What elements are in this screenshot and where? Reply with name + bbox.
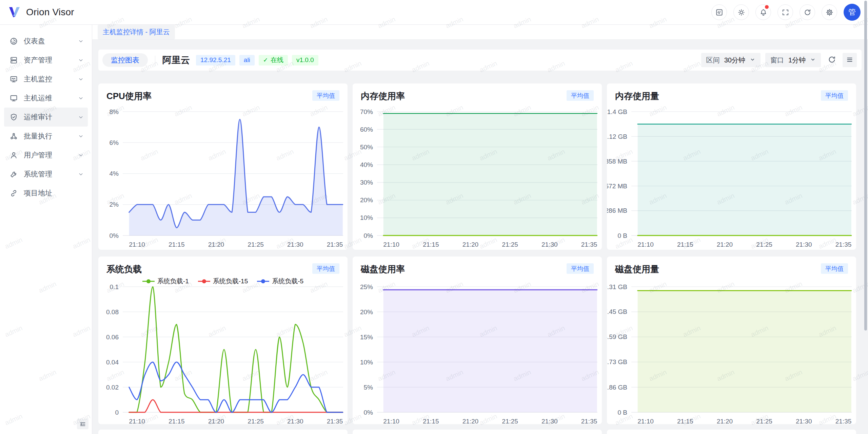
svg-text:5%: 5% <box>364 384 373 391</box>
chevron-down-icon <box>78 171 84 177</box>
svg-text:50%: 50% <box>360 144 373 151</box>
svg-text:9.31 GB: 9.31 GB <box>607 283 627 290</box>
chart-title: 内存使用量 <box>615 90 659 102</box>
legend-item[interactable]: 系统负载-1 <box>142 277 189 286</box>
average-badge: 平均值 <box>821 263 848 274</box>
svg-text:3.73 GB: 3.73 GB <box>607 358 627 365</box>
host-name: 阿里云 <box>162 54 190 66</box>
audit-shield-icon <box>9 113 18 121</box>
sidebar-item-label: 批量执行 <box>24 131 78 141</box>
svg-text:286 MB: 286 MB <box>607 207 627 214</box>
main-area: 主机监控详情 - 阿里云 监控图表 阿里云 12.92.5.21ali✓在线v1… <box>92 25 868 434</box>
svg-text:15%: 15% <box>360 334 373 341</box>
range-select[interactable]: 区间 30分钟 <box>701 53 761 67</box>
svg-text:21:10: 21:10 <box>383 241 399 248</box>
内存使用率-chart: 0%10%20%30%40%50%60%70%21:1021:1521:2021… <box>353 83 602 250</box>
chevron-down-icon <box>78 114 84 120</box>
host-toolbar-card: 监控图表 阿里云 12.92.5.21ali✓在线v1.0.0 区间 30分钟 … <box>98 50 862 71</box>
sidebar-item-6[interactable]: 批量执行 <box>4 127 88 146</box>
scrollbar-thumb[interactable] <box>864 1 867 331</box>
refresh-button[interactable] <box>800 4 815 20</box>
system-wrench-icon <box>9 170 18 178</box>
menu-lines-icon <box>846 56 853 64</box>
host-tag: ✓在线 <box>259 55 288 65</box>
average-badge: 平均值 <box>312 263 339 274</box>
breadcrumb-bar: 主机监控详情 - 阿里云 <box>92 25 868 40</box>
settings-gear-button[interactable] <box>822 4 837 20</box>
notification-bell-button[interactable] <box>755 4 771 20</box>
theme-sun-button[interactable] <box>733 4 749 20</box>
chart-legend: 系统负载-1系统负载-15系统负载-5 <box>98 277 348 286</box>
sidebar-item-label: 项目地址 <box>24 188 84 198</box>
sidebar-item-label: 系统管理 <box>24 169 78 179</box>
svg-text:21:30: 21:30 <box>796 241 812 248</box>
host-tag: v1.0.0 <box>292 55 318 65</box>
legend-item[interactable]: 系统负载-5 <box>257 277 303 286</box>
legend-marker-icon <box>142 279 155 284</box>
next-row-peek <box>98 430 862 434</box>
svg-text:40%: 40% <box>360 161 373 168</box>
chevron-down-icon <box>78 133 84 139</box>
sidebar-item-9[interactable]: 项目地址 <box>4 184 88 203</box>
average-badge: 平均值 <box>567 263 594 274</box>
sidebar-item-label: 运维审计 <box>24 112 78 122</box>
sidebar-item-8[interactable]: 系统管理 <box>4 165 88 184</box>
svg-text:21:20: 21:20 <box>462 241 479 248</box>
svg-text:21:35: 21:35 <box>835 241 852 248</box>
fullscreen-button[interactable] <box>777 4 793 20</box>
monitor-chart-tab[interactable]: 监控图表 <box>102 53 148 67</box>
svg-text:21:35: 21:35 <box>327 241 343 248</box>
breadcrumb[interactable]: 主机监控详情 - 阿里云 <box>98 25 175 39</box>
sidebar-item-5[interactable]: 运维审计 <box>4 108 88 127</box>
link-icon <box>9 189 18 197</box>
sidebar-item-2[interactable]: 资产管理 <box>4 51 88 70</box>
svg-text:21:25: 21:25 <box>756 418 772 424</box>
svg-text:4%: 4% <box>110 170 119 177</box>
svg-text:0%: 0% <box>364 409 373 416</box>
svg-text:10%: 10% <box>360 214 373 221</box>
legend-marker-icon <box>257 279 269 284</box>
chart-title: 磁盘使用率 <box>361 263 405 275</box>
svg-text:21:35: 21:35 <box>581 241 597 248</box>
chart-card-1: CPU使用率平均值0%2%4%6%8%21:1021:1521:2021:252… <box>98 83 348 250</box>
CPU使用率-chart: 0%2%4%6%8%21:1021:1521:2021:2521:3021:35 <box>98 83 348 250</box>
内存使用量-chart: 0 B286 MB572 MB858 MB1.12 GB1.4 GB21:102… <box>607 83 856 250</box>
chart-title: 系统负载 <box>106 263 142 275</box>
page-scrollbar[interactable] <box>863 0 868 434</box>
svg-text:21:25: 21:25 <box>756 241 772 248</box>
window-select[interactable]: 窗口 1分钟 <box>765 53 821 67</box>
chart-card-5: 磁盘使用率平均值0%5%10%15%20%25%21:1021:1521:202… <box>353 257 602 424</box>
legend-item[interactable]: 系统负载-15 <box>198 277 248 286</box>
collapse-sidebar-button[interactable] <box>77 419 88 429</box>
svg-text:21:35: 21:35 <box>327 418 343 424</box>
svg-text:21:15: 21:15 <box>169 418 185 424</box>
sidebar-item-label: 资产管理 <box>24 55 78 65</box>
average-badge: 平均值 <box>821 90 848 101</box>
sidebar-item-3[interactable]: 主机监控 <box>4 70 88 89</box>
svg-text:21:20: 21:20 <box>208 241 224 248</box>
batch-exec-icon <box>9 132 18 140</box>
svg-text:1.4 GB: 1.4 GB <box>607 108 627 115</box>
sidebar-item-label: 主机监控 <box>24 74 78 84</box>
sidebar-item-7[interactable]: 用户管理 <box>4 146 88 165</box>
user-avatar[interactable]: 管 <box>844 4 861 21</box>
sidebar: 仪表盘资产管理主机监控主机运维运维审计批量执行用户管理系统管理项目地址 <box>0 25 92 434</box>
svg-text:21:15: 21:15 <box>423 418 439 424</box>
svg-text:70%: 70% <box>360 108 373 115</box>
磁盘使用量-chart: 0 B1.86 GB3.73 GB5.59 GB7.45 GB9.31 GB21… <box>607 257 856 424</box>
chevron-down-icon <box>78 38 84 44</box>
toolbar-right: 区间 30分钟 窗口 1分钟 <box>701 53 857 67</box>
svg-text:21:15: 21:15 <box>677 241 693 248</box>
svg-text:0.06: 0.06 <box>106 334 119 341</box>
peek-card <box>98 430 348 434</box>
divider <box>155 56 155 64</box>
sidebar-item-4[interactable]: 主机运维 <box>4 89 88 108</box>
chart-refresh-button[interactable] <box>826 54 838 66</box>
window-select-value: 1分钟 <box>788 56 806 65</box>
svg-text:30%: 30% <box>360 179 373 186</box>
svg-text:0.02: 0.02 <box>106 384 119 391</box>
sidebar-item-1[interactable]: 仪表盘 <box>4 32 88 51</box>
code-square-button[interactable] <box>711 4 727 20</box>
chart-config-button[interactable] <box>843 53 857 67</box>
range-select-label: 区间 <box>706 56 720 65</box>
